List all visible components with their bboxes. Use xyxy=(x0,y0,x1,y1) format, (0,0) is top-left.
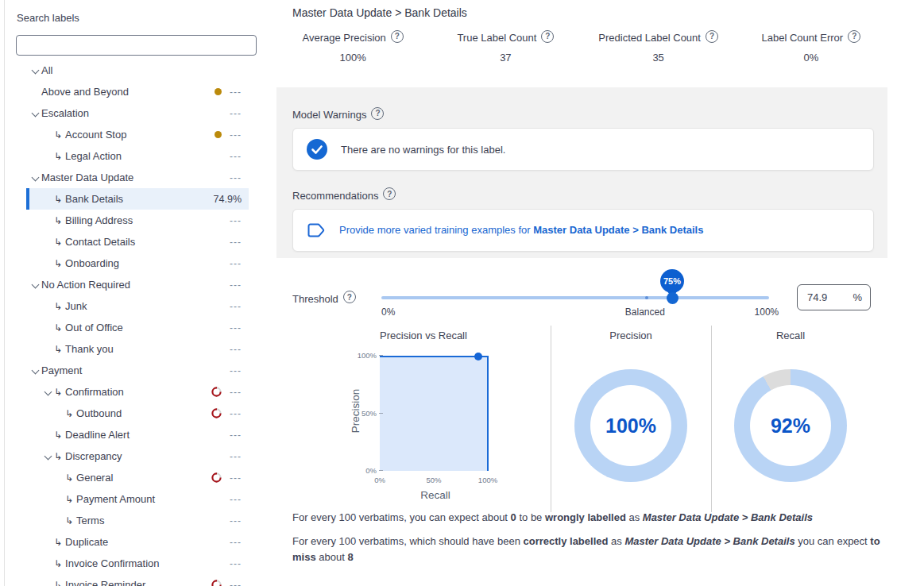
recommendations-heading: Recommendations xyxy=(292,190,378,202)
sidebar-item-duplicate[interactable]: ↳ Duplicate --- xyxy=(26,531,249,553)
training-progress-ring-icon xyxy=(211,408,222,418)
label-metric: --- xyxy=(227,451,242,462)
label-text: Master Data Update xyxy=(41,172,133,183)
label-metric: 74.9% xyxy=(214,194,242,205)
label-text: Billing Address xyxy=(65,214,133,226)
chevron-down-icon[interactable] xyxy=(43,451,54,462)
child-arrow-icon: ↳ xyxy=(54,151,62,162)
label-text: Confirmation xyxy=(65,386,124,398)
threshold-balloon[interactable]: 75% xyxy=(660,269,684,293)
wrongly-labelled-note: For every 100 verbatims, you can expect … xyxy=(292,510,884,526)
expectation-notes: For every 100 verbatims, you can expect … xyxy=(292,510,884,573)
child-arrow-icon: ↳ xyxy=(65,408,73,419)
label-text: Invoice Reminder xyxy=(65,579,145,586)
label-tree-sidebar: Search labels All Above and Beyond --- E… xyxy=(0,0,249,586)
label-metric: --- xyxy=(227,301,242,312)
sidebar-item-payment-amount[interactable]: ↳ Payment Amount --- xyxy=(26,488,249,510)
label-metric: --- xyxy=(227,558,242,569)
sidebar-item-legal-action[interactable]: ↳ Legal Action --- xyxy=(26,145,249,167)
label-text: Duplicate xyxy=(65,536,108,548)
help-icon[interactable]: ? xyxy=(391,30,404,43)
sidebar-item-all[interactable]: All xyxy=(26,60,249,81)
label-metric: --- xyxy=(227,151,242,162)
sidebar-item-payment[interactable]: Payment --- xyxy=(26,360,249,381)
help-icon[interactable]: ? xyxy=(383,187,396,200)
threshold-slider-track[interactable]: 75% xyxy=(381,296,769,299)
label-metric: --- xyxy=(227,515,242,526)
label-metric: --- xyxy=(227,87,242,98)
label-text: Discrepancy xyxy=(65,450,122,462)
sidebar-item-above-and-beyond[interactable]: Above and Beyond --- xyxy=(26,81,249,102)
label-metric: --- xyxy=(227,108,242,119)
chevron-down-icon[interactable] xyxy=(30,108,41,119)
model-warnings-heading: Model Warnings xyxy=(292,109,366,121)
sidebar-item-deadline-alert[interactable]: ↳ Deadline Alert --- xyxy=(26,424,249,445)
slider-balanced-label: Balanced xyxy=(625,306,665,318)
sidebar-item-junk[interactable]: ↳ Junk --- xyxy=(26,295,249,317)
chevron-down-icon[interactable] xyxy=(43,387,54,398)
sidebar-item-out-of-office[interactable]: ↳ Out of Office --- xyxy=(26,317,249,338)
sidebar-item-discrepancy[interactable]: ↳ Discrepancy --- xyxy=(26,445,249,467)
recall-donut-title: Recall xyxy=(743,330,838,341)
chevron-down-icon[interactable] xyxy=(30,280,41,291)
sidebar-item-invoice-reminder[interactable]: ↳ Invoice Reminder --- xyxy=(26,574,249,586)
sidebar-item-master-data-update[interactable]: Master Data Update --- xyxy=(26,167,249,188)
sidebar-item-escalation[interactable]: Escalation --- xyxy=(26,102,249,124)
sidebar-item-terms[interactable]: ↳ Terms --- xyxy=(26,510,249,531)
sidebar-item-outbound[interactable]: ↳ Outbound --- xyxy=(26,403,249,424)
metric-label: True Label Count xyxy=(457,32,536,44)
child-arrow-icon: ↳ xyxy=(54,580,62,586)
help-icon[interactable]: ? xyxy=(706,30,718,43)
label-metric: --- xyxy=(227,537,242,548)
help-icon[interactable]: ? xyxy=(343,291,356,303)
label-text: Escalation xyxy=(41,107,89,119)
child-arrow-icon: ↳ xyxy=(65,515,73,526)
threshold-value-input[interactable] xyxy=(806,291,849,304)
label-text: Contact Details xyxy=(65,236,135,248)
precision-donut-title: Precision xyxy=(583,330,679,341)
label-tree: All Above and Beyond --- Escalation --- … xyxy=(0,60,249,586)
percent-unit: % xyxy=(852,291,862,303)
divider xyxy=(551,326,551,512)
help-icon[interactable]: ? xyxy=(541,30,554,43)
recommendation-link[interactable]: Provide more varied training examples fo… xyxy=(339,224,703,236)
precision-value: 100% xyxy=(574,369,687,482)
child-arrow-icon: ↳ xyxy=(54,558,62,569)
help-icon[interactable]: ? xyxy=(848,30,860,43)
sidebar-item-confirmation[interactable]: ↳ Confirmation --- xyxy=(26,381,249,403)
label-metric: --- xyxy=(227,580,242,586)
child-arrow-icon: ↳ xyxy=(54,537,62,548)
metric-value: 35 xyxy=(582,52,735,64)
sidebar-item-thank-you[interactable]: ↳ Thank you --- xyxy=(26,338,249,360)
label-metric: --- xyxy=(227,365,242,376)
label-text: Deadline Alert xyxy=(65,429,130,441)
label-text: Out of Office xyxy=(65,322,123,333)
chevron-down-icon[interactable] xyxy=(30,365,41,376)
sidebar-item-invoice-confirmation[interactable]: ↳ Invoice Confirmation --- xyxy=(26,553,249,574)
sidebar-item-no-action-required[interactable]: No Action Required --- xyxy=(26,274,249,295)
sidebar-item-billing-address[interactable]: ↳ Billing Address --- xyxy=(26,210,249,231)
threshold-slider-handle[interactable] xyxy=(667,292,679,304)
label-tag-icon xyxy=(307,221,326,240)
help-icon[interactable]: ? xyxy=(371,107,384,120)
label-metric: --- xyxy=(227,172,242,183)
search-input[interactable] xyxy=(16,35,257,56)
y-tick: 100% xyxy=(350,351,377,360)
child-arrow-icon: ↳ xyxy=(54,301,62,312)
label-text: Account Stop xyxy=(65,129,126,141)
training-progress-ring-icon xyxy=(211,472,222,483)
label-metric: --- xyxy=(227,344,242,355)
sidebar-item-contact-details[interactable]: ↳ Contact Details --- xyxy=(26,231,249,253)
sidebar-item-onboarding[interactable]: ↳ Onboarding --- xyxy=(26,253,249,274)
sidebar-item-account-stop[interactable]: ↳ Account Stop --- xyxy=(26,124,249,145)
sidebar-item-bank-details[interactable]: ↳ Bank Details 74.9% xyxy=(26,188,249,210)
x-axis-label: Recall xyxy=(404,489,467,501)
missed-labels-note: For every 100 verbatims, which should ha… xyxy=(292,534,884,565)
chevron-down-icon[interactable] xyxy=(30,172,41,183)
threshold-point-marker[interactable] xyxy=(474,353,482,360)
threshold-label: Threshold xyxy=(292,293,338,305)
chevron-down-icon[interactable] xyxy=(30,65,41,76)
label-text: Onboarding xyxy=(65,257,119,269)
sidebar-item-general[interactable]: ↳ General --- xyxy=(26,467,249,488)
threshold-input-box: % xyxy=(797,284,871,310)
